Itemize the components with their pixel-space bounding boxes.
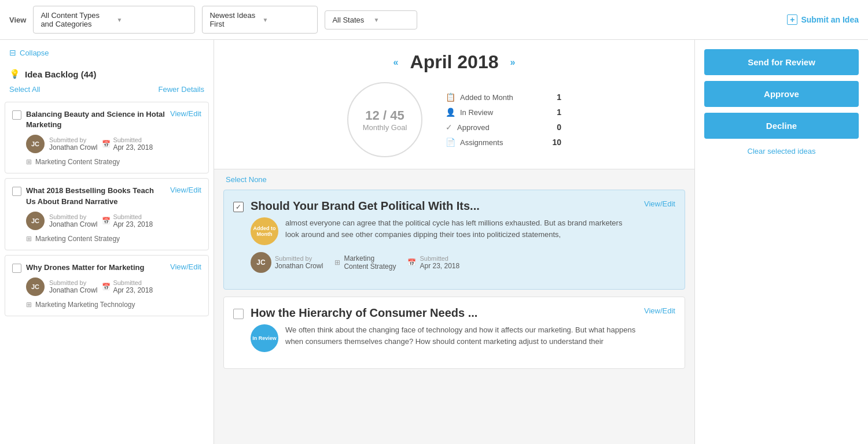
sidebar-card-2: What 2018 Bestselling Books Teach Us Abo… [5, 178, 209, 250]
card-2-header: What 2018 Bestselling Books Teach Us Abo… [12, 186, 201, 206]
stat-calendar-icon: 📋 [446, 92, 455, 102]
card-2-checkbox[interactable] [12, 187, 21, 196]
card-3-title: Why Drones Matter for Marketing [26, 262, 165, 273]
select-none-bar: Select None [214, 169, 694, 190]
states-arrow-icon: ▼ [373, 17, 410, 23]
select-all-button[interactable]: Select All [9, 85, 40, 94]
stat-added-value: 1 [557, 92, 561, 102]
collapse-label: Collapse [20, 49, 49, 57]
main-layout: ⊟ Collapse 💡 Idea Backlog (44) Select Al… [0, 40, 868, 444]
month-nav: « April 2018 » [226, 51, 683, 73]
card-1-author: Jonathan Crowl [49, 143, 97, 151]
collapse-button[interactable]: ⊟ Collapse [9, 48, 204, 57]
card-3-meta: JC Submitted by Jonathan Crowl 📅 Submitt… [26, 278, 201, 296]
stat-assignments-icon: 📄 [446, 138, 455, 147]
article-1-badge: Added to Month [251, 217, 278, 245]
card-2-date: 📅 Submitted Apr 23, 2018 [102, 213, 153, 228]
card-1-date: 📅 Submitted Apr 23, 2018 [102, 136, 153, 151]
goal-numbers: 12 / 45 [365, 108, 404, 123]
stats-list: 📋 Added to Month 1 👤 In Review 1 [446, 92, 561, 147]
submit-idea-label: Submit an Idea [801, 15, 859, 24]
prev-month-button[interactable]: « [393, 57, 399, 68]
article-2-content: How the Hierarchy of Consumer Needs ... … [251, 306, 637, 352]
article-2-title: How the Hierarchy of Consumer Needs ... [251, 306, 637, 320]
stat-approved-icon: ✓ [446, 123, 453, 132]
clear-selected-link[interactable]: Clear selected ideas [704, 145, 859, 158]
stat-assignments-label: Assignments [460, 138, 503, 147]
card-1-title: Balancing Beauty and Science in Hotal Ma… [26, 109, 165, 130]
send-for-review-button[interactable]: Send for Review [704, 49, 859, 75]
stat-assignments: 📄 Assignments 10 [446, 138, 561, 147]
card-3-view-edit[interactable]: View/Edit [170, 262, 201, 271]
backlog-title: 💡 Idea Backlog (44) [0, 62, 214, 82]
card-1-category-text: Marketing Content Strategy [35, 158, 120, 166]
card-1-category: ⊞ Marketing Content Strategy [26, 158, 201, 166]
content-types-dropdown[interactable]: All Content Types and Categories ▼ [33, 6, 195, 34]
card-2-avatar: JC [26, 212, 45, 230]
stat-review-icon: 👤 [446, 108, 455, 117]
month-stats: 12 / 45 Monthly Goal 📋 Added to Month 1 … [226, 82, 683, 157]
card-2-meta: JC Submitted by Jonathan Crowl 📅 Submitt… [26, 212, 201, 230]
left-sidebar: ⊟ Collapse 💡 Idea Backlog (44) Select Al… [0, 40, 214, 444]
sort-arrow-icon: ▼ [262, 17, 310, 23]
article-1-view-edit[interactable]: View/Edit [644, 199, 675, 208]
card-1-view-edit[interactable]: View/Edit [170, 109, 201, 118]
article-card-1: ✓ Should Your Brand Get Political With I… [223, 190, 685, 290]
article-1-category-icon: ⊞ [334, 258, 340, 267]
month-title: April 2018 [410, 51, 499, 73]
next-month-button[interactable]: » [510, 57, 515, 68]
card-1-checkbox[interactable] [12, 110, 21, 120]
article-card-2: How the Hierarchy of Consumer Needs ... … [223, 297, 685, 369]
card-3-category-text: Marketing Marketing Technology [35, 301, 135, 309]
sidebar-actions: Select All Fewer Details [0, 82, 214, 99]
article-1-title: Should Your Brand Get Political With Its… [251, 199, 637, 213]
stat-added-to-month: 📋 Added to Month 1 [446, 92, 561, 102]
article-1-author-item: JC Submitted by Jonathan Crowl [251, 252, 323, 273]
decline-button[interactable]: Decline [704, 113, 859, 139]
fewer-details-button[interactable]: Fewer Details [159, 85, 204, 94]
view-label: View [9, 16, 26, 24]
middle-content: « April 2018 » 12 / 45 Monthly Goal 📋 Ad… [214, 40, 694, 444]
sidebar-card-3: Why Drones Matter for Marketing View/Edi… [5, 255, 209, 316]
sidebar-header: ⊟ Collapse [0, 40, 214, 62]
bulb-icon: 💡 [9, 69, 20, 79]
sort-value: Newest Ideas First [209, 11, 258, 28]
card-3-checkbox[interactable] [12, 264, 21, 273]
select-none-button[interactable]: Select None [226, 175, 267, 184]
card-1-avatar: JC [26, 135, 45, 153]
right-sidebar: Send for Review Approve Decline Clear se… [694, 40, 868, 444]
card-1-author-info: Submitted by Jonathan Crowl [49, 136, 97, 151]
goal-label: Monthly Goal [363, 123, 407, 132]
approve-button[interactable]: Approve [704, 81, 859, 107]
card-2-category: ⊞ Marketing Content Strategy [26, 235, 201, 243]
card-1-header: Balancing Beauty and Science in Hotal Ma… [12, 109, 201, 130]
stat-added-label: Added to Month [460, 93, 513, 102]
card-2-view-edit[interactable]: View/Edit [170, 186, 201, 194]
card-1-meta: JC Submitted by Jonathan Crowl 📅 Submitt… [26, 135, 201, 153]
article-1-category-item: ⊞ Marketing Content Strategy [334, 254, 396, 271]
content-types-value: All Content Types and Categories [41, 11, 112, 28]
sort-dropdown[interactable]: Newest Ideas First ▼ [202, 6, 318, 34]
month-header: « April 2018 » 12 / 45 Monthly Goal 📋 Ad… [214, 40, 694, 169]
submit-idea-link[interactable]: + Submit an Idea [787, 14, 859, 25]
article-2-checkbox[interactable] [233, 309, 244, 319]
category-icon-3: ⊞ [26, 301, 32, 309]
calendar-icon-2: 📅 [102, 217, 111, 225]
card-3-header: Why Drones Matter for Marketing View/Edi… [12, 262, 201, 273]
calendar-icon: 📅 [102, 140, 111, 148]
article-1-checkbox[interactable]: ✓ [233, 202, 244, 212]
stat-approved-label: Approved [457, 123, 490, 132]
card-2-title: What 2018 Bestselling Books Teach Us Abo… [26, 186, 165, 206]
article-1-header: ✓ Should Your Brand Get Political With I… [233, 199, 675, 273]
article-1-calendar-icon: 📅 [407, 258, 416, 267]
stat-review-label: In Review [460, 108, 493, 117]
states-dropdown[interactable]: All States ▼ [325, 10, 417, 29]
plus-icon: + [787, 14, 797, 25]
article-1-excerpt: almost everyone can agree that the polit… [285, 217, 637, 240]
article-2-badge-area: In Review We often think about the chang… [251, 324, 637, 352]
article-2-view-edit[interactable]: View/Edit [644, 306, 675, 315]
card-3-category: ⊞ Marketing Marketing Technology [26, 301, 201, 309]
goal-circle: 12 / 45 Monthly Goal [347, 82, 422, 157]
article-1-avatar: JC [251, 252, 271, 273]
card-3-avatar: JC [26, 278, 45, 296]
